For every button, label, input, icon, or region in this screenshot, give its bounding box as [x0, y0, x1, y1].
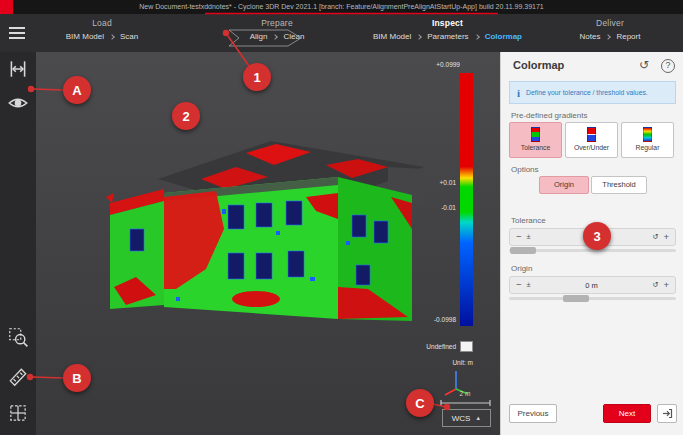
tolerance-slider-handle[interactable]	[510, 247, 536, 254]
app-logo	[0, 0, 13, 14]
origin-value[interactable]: 0 m	[536, 281, 647, 290]
step-parameters[interactable]: Parameters	[427, 32, 468, 41]
step-inspect-bim-model[interactable]: BIM Model	[373, 32, 411, 41]
gradient-label: Over/Under	[566, 144, 617, 151]
minus-button[interactable]: −	[516, 280, 522, 290]
plus-button[interactable]: +	[663, 232, 669, 242]
window-title: New Document-testxddnotes* - Cyclone 3DR…	[139, 3, 544, 10]
annotation-badge-c: C	[406, 389, 434, 417]
origin-slider-handle[interactable]	[563, 295, 589, 302]
group-label-inspect: Inspect	[360, 18, 535, 28]
tolerance-label: Tolerance	[511, 216, 546, 225]
chevron-right-icon	[606, 34, 612, 40]
fine-step-icon[interactable]: ±	[527, 281, 531, 289]
colormap-scale-bar	[460, 73, 473, 326]
options-label: Options	[511, 165, 539, 174]
visibility-eye-icon[interactable]	[7, 92, 29, 114]
step-report[interactable]: Report	[616, 32, 640, 41]
previous-button[interactable]: Previous	[509, 404, 557, 423]
tolerance-gradient-icon	[531, 127, 540, 142]
plus-button[interactable]: +	[663, 280, 669, 290]
annotation-badge-a: A	[63, 76, 91, 104]
measure-icon[interactable]	[7, 366, 29, 388]
group-label-deliver: Deliver	[545, 18, 675, 28]
scale-bar-label: 2 m	[440, 390, 490, 397]
mode-threshold-button[interactable]: Threshold	[591, 176, 647, 194]
next-button[interactable]: Next	[603, 404, 651, 423]
align-views-icon[interactable]	[7, 58, 29, 80]
over-under-gradient-icon	[587, 127, 596, 142]
ribbon-group-inspect: Inspect BIM Model Parameters Colormap	[360, 14, 535, 52]
colormap-min-label: -0.0998	[412, 316, 456, 323]
menu-icon[interactable]	[9, 27, 25, 39]
colormap-undefined-label: Undefined	[388, 343, 456, 350]
group-label-load: Load	[34, 18, 170, 28]
align-step-highlight	[228, 29, 304, 47]
ribbon-group-load: Load BIM Model Scan	[34, 14, 170, 52]
origin-stepper: − ± 0 m ↺ +	[509, 276, 676, 294]
annotation-badge-3: 3	[583, 222, 611, 250]
gradient-tolerance-button[interactable]: Tolerance	[509, 122, 562, 158]
info-icon: i	[517, 87, 520, 99]
reset-icon[interactable]: ↺	[652, 233, 658, 241]
fine-step-icon[interactable]: ±	[527, 233, 531, 241]
reset-icon[interactable]: ↺	[652, 281, 658, 289]
house-model-colormap	[106, 137, 428, 352]
group-label-prepare: Prepare	[212, 18, 342, 28]
predefined-gradients-label: Pre-defined gradients	[511, 111, 588, 120]
chevron-right-icon	[416, 34, 422, 40]
chevron-right-icon	[474, 34, 480, 40]
scale-bar	[440, 399, 492, 408]
colormap-unit-label: Unit: m	[420, 359, 473, 366]
gradient-over-under-button[interactable]: Over/Under	[565, 122, 618, 158]
zoom-region-icon[interactable]	[7, 326, 29, 348]
step-load-scan[interactable]: Scan	[120, 32, 138, 41]
origin-label: Origin	[511, 264, 532, 273]
annotation-badge-1: 1	[243, 63, 271, 91]
regular-gradient-icon	[643, 127, 652, 142]
gradient-label: Tolerance	[510, 144, 561, 151]
panel-title: Colormap	[513, 59, 564, 71]
viewport-toolbar	[0, 52, 36, 435]
title-bar: New Document-testxddnotes* - Cyclone 3DR…	[0, 0, 683, 14]
gradient-regular-button[interactable]: Regular	[621, 122, 674, 158]
mode-origin-button[interactable]: Origin	[539, 176, 589, 194]
colormap-upper-label: +0.01	[416, 179, 456, 186]
colormap-lower-label: -0.01	[416, 204, 456, 211]
history-icon[interactable]: ↺	[639, 58, 649, 72]
cyclone-3dr-window: New Document-testxddnotes* - Cyclone 3DR…	[0, 0, 683, 435]
annotation-badge-b: B	[63, 364, 91, 392]
ribbon-group-deliver: Deliver Notes Report	[545, 14, 675, 52]
gradient-label: Regular	[622, 144, 673, 151]
info-banner: i Define your tolerance / threshold valu…	[509, 81, 676, 104]
wcs-dropdown[interactable]: WCS ▲	[442, 409, 491, 427]
colormap-max-label: +0.0999	[416, 61, 460, 68]
annotation-badge-2: 2	[172, 102, 200, 130]
step-notes[interactable]: Notes	[580, 32, 601, 41]
minus-button[interactable]: −	[516, 232, 522, 242]
info-text: Define your tolerance / threshold values…	[526, 89, 648, 96]
wcs-label: WCS	[452, 414, 471, 423]
help-icon[interactable]: ?	[661, 59, 675, 73]
origin-slider[interactable]	[509, 297, 676, 300]
dropdown-up-icon: ▲	[475, 415, 481, 421]
export-icon[interactable]	[657, 404, 677, 423]
chevron-right-icon	[109, 34, 115, 40]
viewport-3d[interactable]: +0.0999 +0.01 -0.01 -0.0998 Undefined Un…	[36, 52, 500, 435]
undefined-color-swatch[interactable]	[460, 341, 473, 352]
workflow-ribbon: Load BIM Model Scan Prepare Align Clean …	[0, 14, 683, 52]
step-load-bim-model[interactable]: BIM Model	[66, 32, 104, 41]
step-colormap[interactable]: Colormap	[485, 32, 522, 41]
clipping-box-icon[interactable]	[7, 402, 29, 424]
